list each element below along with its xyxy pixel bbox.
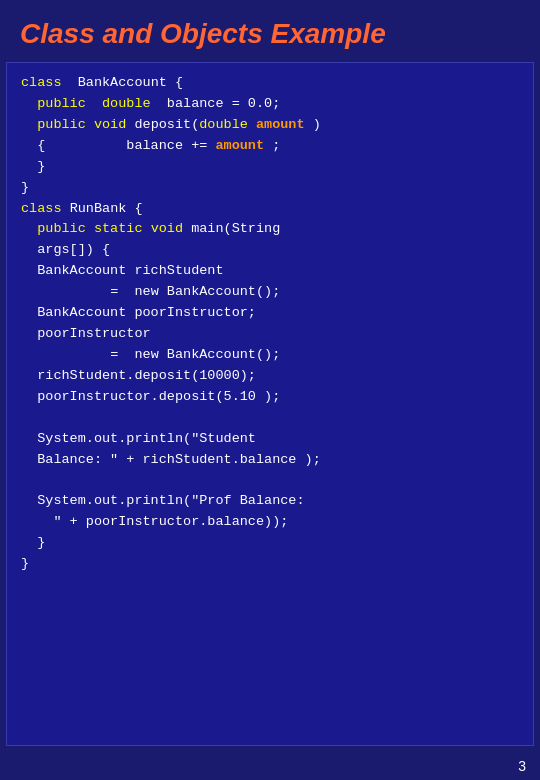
page-number: 3 xyxy=(518,758,526,774)
title-text: Class and Objects Example xyxy=(20,18,520,50)
slide-footer: 3 xyxy=(0,752,540,780)
slide-container: Class and Objects Example class BankAcco… xyxy=(0,0,540,780)
code-block: class BankAccount { public double balanc… xyxy=(21,73,519,575)
slide-content: class BankAccount { public double balanc… xyxy=(6,62,534,746)
slide-title: Class and Objects Example xyxy=(0,0,540,62)
